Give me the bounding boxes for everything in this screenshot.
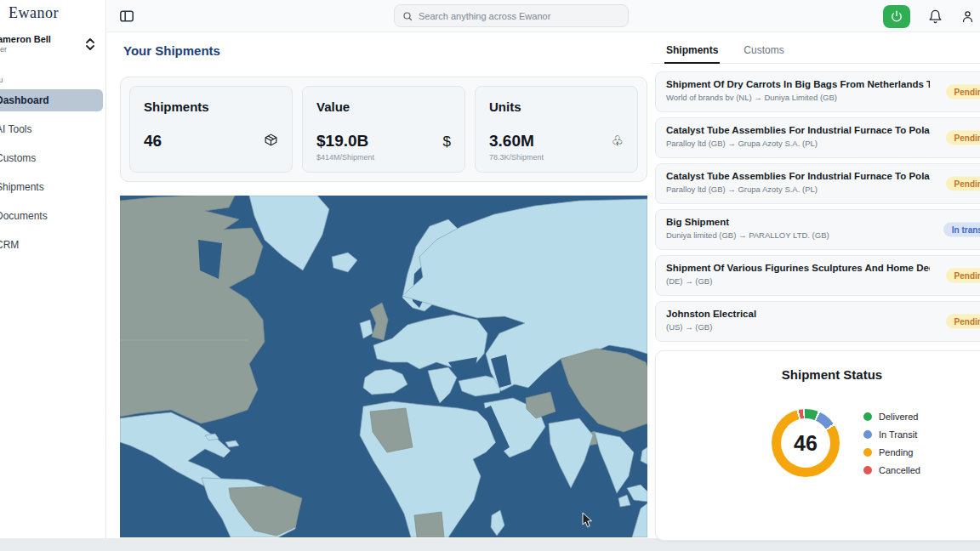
stat-label: Units — [489, 99, 624, 114]
shipment-route: Paralloy ltd (GB) → Grupa Azoty S.A. (PL… — [666, 185, 930, 194]
units-icon: ♧ — [612, 134, 624, 148]
topbar — [107, 0, 980, 32]
status-badge: Pending — [946, 85, 980, 99]
sidebar-item-documents[interactable]: Documents — [0, 205, 103, 227]
shipment-title: Johnston Electrical — [666, 309, 930, 319]
status-badge: Pending — [946, 315, 980, 329]
stats-container: Shipments 46 Value $19.0B $ $414 — [120, 77, 647, 182]
right-panel: Shipments Customs Shipment Of Dry Carrot… — [651, 32, 980, 538]
user-menu[interactable]: Cameron Bell User — [0, 34, 105, 54]
stat-card-shipments: Shipments 46 — [129, 86, 293, 173]
shipment-route: World of brands bv (NL) → Duniya Limited… — [666, 93, 930, 102]
shipment-title: Catalyst Tube Assemblies For Industrial … — [666, 171, 930, 181]
stat-subtext — [144, 153, 278, 162]
power-icon — [891, 10, 903, 22]
status-badge: In transit — [943, 223, 980, 237]
shipment-row[interactable]: Shipment Of Dry Carrots In Big Bags From… — [655, 71, 980, 112]
donut-center-value: 46 — [794, 431, 818, 456]
shipment-title: Shipment Of Various Figurines Sculptures… — [666, 263, 930, 273]
topbar-actions — [883, 0, 975, 32]
bell-icon — [928, 9, 943, 24]
status-badge: Pending — [946, 269, 980, 283]
person-icon — [960, 9, 975, 24]
stat-value: 3.60M — [489, 132, 534, 151]
stat-label: Shipments — [144, 99, 278, 114]
shipment-title: Catalyst Tube Assemblies For Industrial … — [666, 125, 930, 135]
legend-dot — [863, 430, 872, 439]
sidebar-item-ai-tools[interactable]: AI Tools — [0, 118, 103, 140]
status-badge: Pending — [946, 131, 980, 145]
menu-section-label: Menu — [0, 76, 105, 84]
legend-dot — [863, 412, 872, 421]
stat-value: $19.0B — [316, 132, 368, 151]
legend-dot — [863, 448, 872, 457]
legend-dot — [863, 466, 872, 474]
chevron-up-down-icon — [85, 37, 95, 51]
shipment-row[interactable]: Big Shipment Duniya limited (GB) → PARAL… — [655, 209, 980, 250]
sidebar-item-crm[interactable]: CRM — [0, 234, 103, 256]
app-root: Ewanor Cameron Bell User Menu Dashboard … — [0, 0, 980, 538]
stat-label: Value — [316, 99, 451, 114]
dollar-icon: $ — [443, 134, 451, 149]
sidebar-item-dashboard[interactable]: Dashboard — [0, 89, 103, 111]
shipment-title: Shipment Of Dry Carrots In Big Bags From… — [666, 79, 930, 89]
stat-value: 46 — [144, 132, 162, 151]
sidebar-nav: Dashboard AI Tools Customs Shipments Doc… — [0, 89, 103, 256]
sidebar-toggle-button[interactable] — [119, 9, 134, 24]
tab-customs[interactable]: Customs — [742, 39, 785, 63]
panel-tabs: Shipments Customs — [651, 39, 980, 64]
sidebar-item-shipments[interactable]: Shipments — [0, 176, 103, 198]
stat-card-value: Value $19.0B $ $414M/Shipment — [302, 86, 465, 173]
shipment-route: Paralloy ltd (GB) → Grupa Azoty S.A. (PL… — [666, 139, 930, 148]
sidebar-item-customs[interactable]: Customs — [0, 147, 103, 169]
shipment-list: Shipment Of Dry Carrots In Big Bags From… — [651, 64, 980, 342]
shipment-row[interactable]: Shipment Of Various Figurines Sculptures… — [655, 255, 980, 296]
stat-card-units: Units 3.60M ♧ 78.3K/Shipment — [475, 86, 638, 173]
shipment-row[interactable]: Catalyst Tube Assemblies For Industrial … — [655, 117, 980, 158]
world-map[interactable] — [120, 196, 647, 537]
brand-logo: Ewanor — [0, 0, 105, 22]
shipment-title: Big Shipment — [666, 217, 930, 227]
chart-legend: Delivered In Transit Pending Cancelled — [863, 412, 920, 475]
legend-item-pending: Pending — [863, 447, 920, 457]
search-icon — [402, 11, 413, 21]
search-bar[interactable] — [394, 4, 629, 27]
page-title: Your Shipments — [123, 43, 651, 58]
legend-item-cancelled: Cancelled — [863, 465, 920, 475]
package-icon — [264, 133, 278, 150]
shipment-route: (US) → (GB) — [666, 322, 930, 332]
shipment-route: Duniya limited (GB) → PARALLOY LTD. (GB) — [666, 230, 930, 240]
search-input[interactable] — [419, 11, 620, 21]
shipment-row[interactable]: Catalyst Tube Assemblies For Industrial … — [655, 163, 980, 204]
shipment-route: (DE) → (GB) — [666, 276, 930, 286]
main-content: Your Shipments Shipments 46 Value $19. — [107, 32, 651, 538]
shipment-status-card: Shipment Status 46 Delivered In Transit — [655, 350, 980, 541]
donut-chart: 46 — [772, 409, 840, 477]
status-card-title: Shipment Status — [656, 367, 980, 382]
status-badge: Pending — [946, 177, 980, 191]
tab-shipments[interactable]: Shipments — [664, 39, 720, 64]
notifications-button[interactable] — [928, 9, 943, 24]
profile-button[interactable] — [960, 9, 975, 24]
power-button[interactable] — [883, 5, 910, 28]
legend-item-delivered: Delivered — [863, 412, 920, 422]
sidebar: Ewanor Cameron Bell User Menu Dashboard … — [0, 0, 106, 538]
shipment-row[interactable]: Johnston Electrical (US) → (GB) Pending — [655, 301, 980, 342]
stat-subtext: $414M/Shipment — [316, 153, 451, 162]
stat-subtext: 78.3K/Shipment — [489, 153, 624, 162]
legend-item-in-transit: In Transit — [863, 429, 920, 440]
